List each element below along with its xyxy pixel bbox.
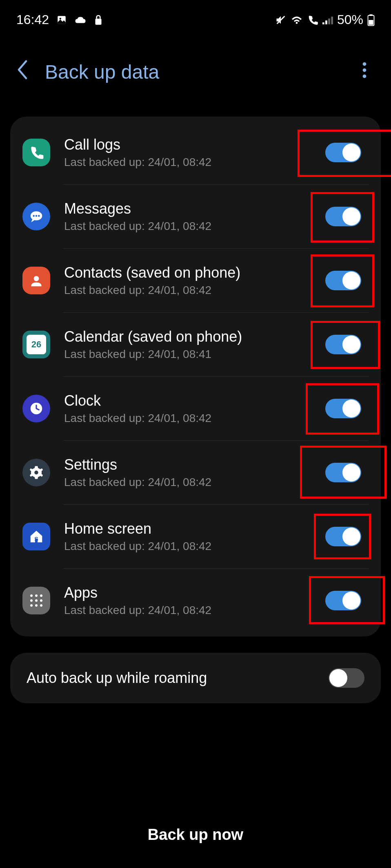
row-settings[interactable]: Settings Last backed up: 24/01, 08:42 [10,441,381,504]
status-bar: 16:42 50% [0,0,391,35]
svg-point-11 [363,62,367,66]
svg-rect-7 [331,16,333,24]
battery-percent: 50% [337,12,363,27]
row-content: Calendar (saved on phone) Last backed up… [64,328,318,361]
row-subtitle: Last backed up: 24/01, 08:42 [64,604,318,617]
row-content: Apps Last backed up: 24/01, 08:42 [64,584,318,617]
home-icon: S [22,523,50,550]
svg-point-12 [363,68,367,72]
clock-icon [22,395,50,422]
calendar-icon: 26 [22,331,50,358]
row-title: Settings [64,456,318,473]
row-contacts[interactable]: Contacts (saved on phone) Last backed up… [10,249,381,312]
call-status-icon [307,14,318,26]
toggle-call-logs[interactable] [325,143,361,162]
row-title: Clock [64,392,318,409]
row-subtitle: Last backed up: 24/01, 08:42 [64,156,318,169]
svg-point-15 [33,215,34,216]
svg-point-17 [38,215,40,216]
svg-point-16 [36,215,37,216]
svg-rect-6 [328,18,330,24]
row-title: Messages [64,200,318,217]
row-messages[interactable]: Messages Last backed up: 24/01, 08:42 [10,185,381,248]
row-title: Home screen [64,520,318,537]
svg-point-13 [363,75,367,78]
toggle-calendar[interactable] [325,335,361,354]
apps-grid-icon [22,587,50,614]
calendar-day-number: 26 [31,339,41,350]
svg-rect-2 [96,18,102,24]
toggle-clock[interactable] [325,399,361,418]
status-time: 16:42 [16,12,49,27]
cloud-icon [74,15,87,25]
row-title: Call logs [64,136,318,153]
back-button[interactable] [16,60,29,84]
row-subtitle: Last backed up: 24/01, 08:42 [64,412,318,425]
svg-rect-10 [369,20,373,25]
row-content: Settings Last backed up: 24/01, 08:42 [64,456,318,489]
signal-icon [322,15,333,24]
page-header: Back up data [0,35,391,117]
gear-icon [22,459,50,486]
status-left: 16:42 [16,12,103,27]
page-title: Back up data [45,61,346,83]
row-content: Contacts (saved on phone) Last backed up… [64,264,318,297]
roaming-title: Auto back up while roaming [27,669,329,687]
image-icon [56,15,67,25]
wifi-icon [291,15,303,25]
row-title: Calendar (saved on phone) [64,328,318,345]
phone-icon [22,139,50,166]
messages-icon [22,203,50,230]
svg-point-20 [34,470,38,475]
contacts-icon [22,267,50,294]
row-subtitle: Last backed up: 24/01, 08:42 [64,220,318,233]
backup-items-card: Call logs Last backed up: 24/01, 08:42 M… [10,117,381,636]
toggle-settings[interactable] [325,463,361,482]
lock-icon [94,14,103,26]
status-right: 50% [275,12,375,27]
svg-rect-9 [369,14,373,16]
row-subtitle: Last backed up: 24/01, 08:42 [64,476,318,489]
roaming-card[interactable]: Auto back up while roaming [10,653,381,703]
toggle-messages[interactable] [325,207,361,226]
row-title: Apps [64,584,318,601]
row-subtitle: Last backed up: 24/01, 08:42 [64,540,318,553]
row-apps[interactable]: Apps Last backed up: 24/01, 08:42 [10,569,381,632]
row-home-screen[interactable]: S Home screen Last backed up: 24/01, 08:… [10,505,381,568]
row-call-logs[interactable]: Call logs Last backed up: 24/01, 08:42 [10,121,381,184]
more-menu-button[interactable] [362,62,375,82]
battery-icon [367,14,375,26]
row-content: Call logs Last backed up: 24/01, 08:42 [64,136,318,169]
svg-point-18 [34,276,39,281]
row-subtitle: Last backed up: 24/01, 08:41 [64,348,318,361]
toggle-roaming[interactable] [329,668,364,688]
toggle-apps[interactable] [325,591,361,610]
toggle-contacts[interactable] [325,271,361,290]
svg-text:S: S [34,536,38,542]
mute-icon [275,14,287,26]
row-content: Messages Last backed up: 24/01, 08:42 [64,200,318,233]
row-content: Home screen Last backed up: 24/01, 08:42 [64,520,318,553]
svg-rect-5 [325,20,327,24]
row-calendar[interactable]: 26 Calendar (saved on phone) Last backed… [10,313,381,376]
svg-point-1 [60,18,61,19]
row-title: Contacts (saved on phone) [64,264,318,281]
row-subtitle: Last backed up: 24/01, 08:42 [64,284,318,297]
back-up-now-button[interactable]: Back up now [0,810,391,860]
row-clock[interactable]: Clock Last backed up: 24/01, 08:42 [10,377,381,440]
svg-rect-4 [322,22,324,24]
toggle-home-screen[interactable] [325,527,361,546]
row-content: Clock Last backed up: 24/01, 08:42 [64,392,318,425]
